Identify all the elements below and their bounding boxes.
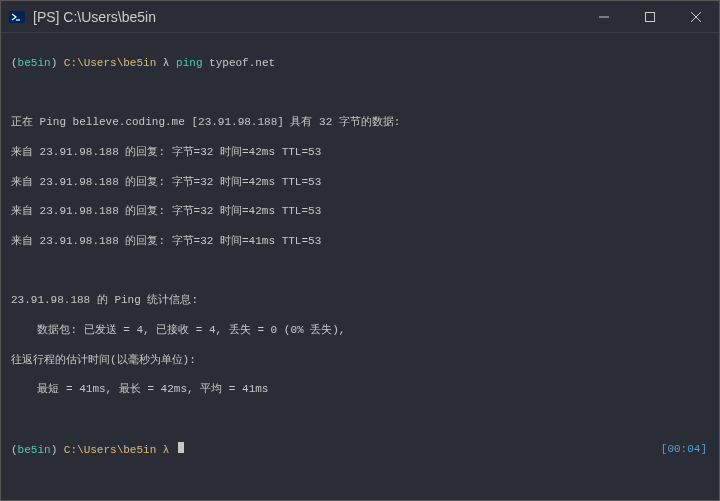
output-line: 往返行程的估计时间(以毫秒为单位): bbox=[11, 353, 709, 368]
window-title: [PS] C:\Users\be5in bbox=[33, 9, 581, 25]
powershell-icon bbox=[9, 9, 25, 25]
titlebar[interactable]: [PS] C:\Users\be5in bbox=[1, 1, 719, 33]
blank-line bbox=[11, 264, 709, 279]
output-line: 来自 23.91.98.188 的回复: 字节=32 时间=42ms TTL=5… bbox=[11, 145, 709, 160]
prompt-paren: ( bbox=[11, 443, 18, 458]
output-line: 来自 23.91.98.188 的回复: 字节=32 时间=41ms TTL=5… bbox=[11, 234, 709, 249]
output-line: 来自 23.91.98.188 的回复: 字节=32 时间=42ms TTL=5… bbox=[11, 175, 709, 190]
output-line: 23.91.98.188 的 Ping 统计信息: bbox=[11, 293, 709, 308]
maximize-button[interactable] bbox=[627, 1, 673, 32]
terminal-window: [PS] C:\Users\be5in (be5in) C:\Users\be5… bbox=[0, 0, 720, 501]
blank-line bbox=[11, 412, 709, 427]
prompt-paren: ) bbox=[51, 443, 58, 458]
prompt-lambda: λ bbox=[156, 56, 176, 71]
terminal-body[interactable]: (be5in) C:\Users\be5in λ ping typeof.net… bbox=[1, 33, 719, 500]
output-line: 来自 23.91.98.188 的回复: 字节=32 时间=42ms TTL=5… bbox=[11, 204, 709, 219]
cursor bbox=[178, 442, 184, 453]
prompt-paren: ) bbox=[51, 56, 58, 71]
prompt-user: be5in bbox=[18, 443, 51, 458]
command-arg: typeof.net bbox=[202, 56, 275, 71]
prompt-paren: ( bbox=[11, 56, 18, 71]
minimize-button[interactable] bbox=[581, 1, 627, 32]
prompt-line-2: (be5in) C:\Users\be5in λ [00:04] bbox=[11, 442, 709, 458]
svg-rect-3 bbox=[646, 12, 655, 21]
blank-line bbox=[11, 86, 709, 101]
prompt-path: C:\Users\be5in bbox=[57, 443, 156, 458]
close-button[interactable] bbox=[673, 1, 719, 32]
output-line: 最短 = 41ms, 最长 = 42ms, 平均 = 41ms bbox=[11, 382, 709, 397]
output-line: 正在 Ping belleve.coding.me [23.91.98.188]… bbox=[11, 115, 709, 130]
elapsed-timer: [00:04] bbox=[661, 442, 707, 457]
prompt-user: be5in bbox=[18, 56, 51, 71]
output-line: 数据包: 已发送 = 4, 已接收 = 4, 丢失 = 0 (0% 丢失), bbox=[11, 323, 709, 338]
command-name: ping bbox=[176, 56, 202, 71]
window-controls bbox=[581, 1, 719, 32]
prompt-path: C:\Users\be5in bbox=[57, 56, 156, 71]
prompt-line-1: (be5in) C:\Users\be5in λ ping typeof.net bbox=[11, 56, 709, 71]
prompt-lambda: λ bbox=[156, 443, 176, 458]
